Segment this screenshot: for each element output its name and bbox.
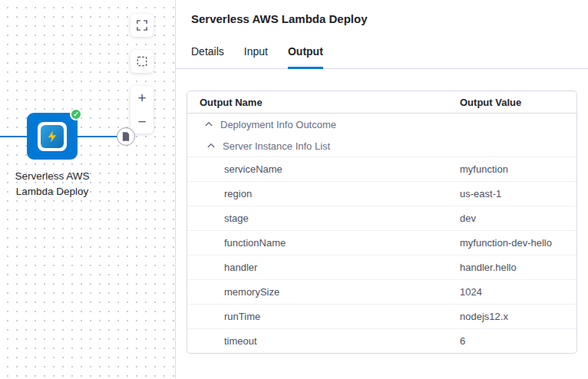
output-value: handler.hello bbox=[460, 262, 576, 273]
node-label: Serverless AWS Lambda Deploy bbox=[7, 169, 97, 200]
output-name-header: Output Name bbox=[187, 97, 460, 108]
table-row: runTime nodejs12.x bbox=[187, 304, 576, 328]
table-header-row: Output Name Output Value bbox=[187, 91, 576, 114]
output-name: region bbox=[187, 188, 460, 199]
table-row: handler handler.hello bbox=[187, 255, 576, 279]
pipeline-canvas[interactable]: ✓ Serverless AWS Lambda Deploy + − bbox=[0, 0, 175, 379]
minus-icon: − bbox=[137, 114, 146, 129]
group-row-server-instance-info-list[interactable]: Server Instance Info List bbox=[187, 135, 576, 157]
output-name: memorySize bbox=[187, 286, 460, 298]
chevron-up-icon bbox=[204, 120, 213, 129]
output-name: runTime bbox=[187, 311, 460, 322]
output-value: 6 bbox=[460, 335, 576, 347]
output-value: dev bbox=[460, 213, 576, 224]
table-row: timeout 6 bbox=[187, 328, 576, 353]
check-icon: ✓ bbox=[73, 110, 79, 118]
group-row-deployment-info-outcome[interactable]: Deployment Info Outcome bbox=[187, 114, 576, 135]
zoom-controls: + − bbox=[130, 86, 154, 133]
output-value-header: Output Value bbox=[460, 97, 576, 108]
table-row: serviceName myfunction bbox=[187, 157, 576, 181]
marquee-select-button[interactable] bbox=[130, 50, 154, 73]
tab-output[interactable]: Output bbox=[288, 45, 323, 69]
output-name: functionName bbox=[187, 237, 460, 249]
output-name: stage bbox=[187, 213, 460, 224]
table-row: memorySize 1024 bbox=[187, 279, 576, 304]
output-name: timeout bbox=[187, 335, 460, 347]
tab-input[interactable]: Input bbox=[244, 45, 268, 69]
table-row: stage dev bbox=[187, 206, 576, 230]
output-value: myfunction bbox=[460, 163, 576, 175]
panel-title: Serverless AWS Lambda Deploy bbox=[176, 0, 588, 25]
zoom-in-button[interactable]: + bbox=[130, 86, 154, 110]
zoom-out-button[interactable]: − bbox=[130, 110, 154, 133]
output-value: 1024 bbox=[460, 286, 576, 298]
output-value: us-east-1 bbox=[460, 188, 576, 199]
tab-bar: Details Input Output bbox=[176, 45, 588, 69]
group-label: Deployment Info Outcome bbox=[220, 119, 336, 130]
lightning-bolt-icon bbox=[45, 130, 59, 143]
output-value: myfunction-dev-hello bbox=[460, 237, 576, 249]
output-value: nodejs12.x bbox=[460, 311, 576, 322]
success-check-badge: ✓ bbox=[70, 108, 82, 120]
fullscreen-button[interactable] bbox=[130, 14, 154, 37]
marquee-select-icon bbox=[137, 56, 147, 67]
output-table: Output Name Output Value Deployment Info… bbox=[187, 91, 577, 354]
pipeline-node-serverless-aws-lambda-deploy[interactable]: ✓ bbox=[27, 113, 78, 160]
table-row: functionName myfunction-dev-hello bbox=[187, 230, 576, 255]
chevron-up-icon bbox=[206, 141, 216, 150]
table-row: region us-east-1 bbox=[187, 181, 576, 206]
lambda-step-icon bbox=[38, 122, 67, 151]
group-label: Server Instance Info List bbox=[223, 140, 330, 152]
output-name: serviceName bbox=[187, 163, 460, 175]
tab-details[interactable]: Details bbox=[191, 45, 224, 69]
document-icon bbox=[122, 132, 130, 141]
plus-icon: + bbox=[137, 91, 146, 105]
step-connector-node[interactable] bbox=[117, 127, 135, 146]
output-name: handler bbox=[187, 262, 460, 273]
step-details-panel: Serverless AWS Lambda Deploy Details Inp… bbox=[175, 0, 588, 379]
fullscreen-icon bbox=[137, 20, 147, 31]
